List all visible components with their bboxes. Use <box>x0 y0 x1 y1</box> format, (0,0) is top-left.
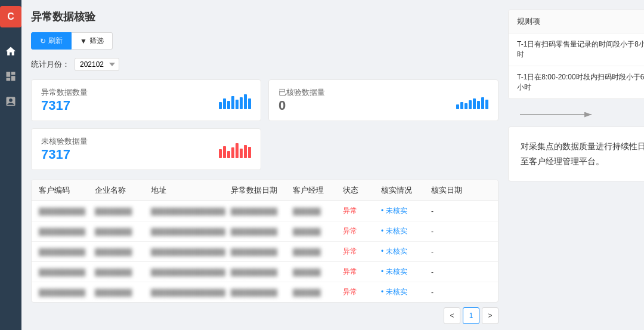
refresh-icon: ↻ <box>40 37 46 45</box>
report-icon <box>5 95 17 107</box>
filter-label: 统计月份： <box>31 59 70 70</box>
filter-button[interactable]: ▼ 筛选 <box>72 32 113 50</box>
stat-label-verified: 已核验数据量 <box>278 87 325 98</box>
cell-code: ██████████ <box>39 228 92 235</box>
rules-row-2[interactable]: T-1日在8:00-20:00时段内扫码时段小于6小时 异常 2 <box>509 66 644 98</box>
cell-status: 异常 <box>343 267 379 277</box>
col-date: 异常数据日期 <box>231 185 290 196</box>
cell-name: ████████ <box>95 208 148 215</box>
cell-verify: • 未核实 <box>381 246 429 257</box>
stat-card-verified: 已核验数据量 0 <box>268 79 499 121</box>
annotation-card: 对采集点的数据质量进行持续性日常监控，并反馈至客户经理管理平台。 <box>508 127 644 181</box>
cell-date: ██████████ <box>231 248 290 255</box>
col-verify: 核实情况 <box>381 185 429 196</box>
cell-code: ██████████ <box>39 208 92 215</box>
home-icon <box>5 45 17 57</box>
cell-date: ██████████ <box>231 208 290 215</box>
right-panel: 规则项 状态 异常值 T-1日有扫码零售量记录的时间段小于8小时 异常 2 T-… <box>508 10 644 329</box>
cell-address: ████████████████ <box>151 269 228 276</box>
cell-name: ████████ <box>95 269 148 276</box>
stat-value-unverified: 7317 <box>41 147 88 162</box>
table-header: 客户编码 企业名称 地址 异常数据日期 客户经理 状态 核实情况 核实日期 <box>32 180 498 201</box>
sidebar-item-home[interactable] <box>0 39 21 64</box>
page-title: 异常数据核验 <box>31 10 499 24</box>
cell-verify: • 未核实 <box>381 206 429 216</box>
table-row[interactable]: ██████████ ████████ ████████████████ ███… <box>32 282 498 302</box>
toolbar: ↻ 刷新 ▼ 筛选 <box>31 32 499 50</box>
col-verify-date: 核实日期 <box>431 185 491 196</box>
rule-name-1: T-1日有扫码零售量记录的时间段小于8小时 <box>517 39 644 60</box>
main-content: 异常数据核验 ↻ 刷新 ▼ 筛选 统计月份： 20210 <box>21 0 644 330</box>
page-1-button[interactable]: 1 <box>463 307 479 324</box>
col-code: 客户编码 <box>39 185 92 196</box>
cell-verify-date: - <box>431 207 491 215</box>
cell-status: 异常 <box>343 226 379 236</box>
data-icon <box>5 70 17 82</box>
cell-verify-date: - <box>431 227 491 236</box>
cell-status: 异常 <box>343 246 379 257</box>
sidebar: C <box>0 0 21 330</box>
pagination: < 1 > <box>31 303 499 329</box>
refresh-button[interactable]: ↻ 刷新 <box>31 32 72 50</box>
mini-chart-unverified <box>219 140 251 158</box>
cell-status: 异常 <box>343 287 379 297</box>
rules-header: 规则项 状态 异常值 <box>509 10 644 33</box>
cell-address: ████████████████ <box>151 228 228 235</box>
cell-verify-date: - <box>431 268 491 276</box>
cell-status: 异常 <box>343 206 379 216</box>
sidebar-item-report[interactable] <box>0 90 21 115</box>
cell-verify-date: - <box>431 288 491 297</box>
cell-name: ████████ <box>95 289 148 296</box>
cell-manager: ██████ <box>293 228 340 235</box>
cell-manager: ██████ <box>293 248 340 255</box>
filter-icon: ▼ <box>80 37 87 45</box>
left-panel: 异常数据核验 ↻ 刷新 ▼ 筛选 统计月份： 20210 <box>31 10 499 329</box>
col-address: 地址 <box>151 185 228 196</box>
stat-label-anomaly: 异常数据数量 <box>41 87 88 98</box>
annotation-container: 对采集点的数据质量进行持续性日常监控，并反馈至客户经理管理平台。 <box>508 109 644 181</box>
stat-card-unverified: 未核验数据量 7317 <box>31 128 261 170</box>
filter-row: 统计月份： 202102 202101 202012 <box>31 58 499 71</box>
cell-code: ██████████ <box>39 289 92 296</box>
sidebar-item-data[interactable] <box>0 64 21 90</box>
month-select[interactable]: 202102 202101 202012 <box>75 58 119 71</box>
sidebar-logo: C <box>0 6 21 27</box>
rules-card: 规则项 状态 异常值 T-1日有扫码零售量记录的时间段小于8小时 异常 2 T-… <box>508 10 644 99</box>
mini-chart-verified <box>456 91 488 109</box>
rules-row-1[interactable]: T-1日有扫码零售量记录的时间段小于8小时 异常 2 <box>509 33 644 66</box>
cell-code: ██████████ <box>39 269 92 276</box>
cell-address: ████████████████ <box>151 208 228 215</box>
stats-grid: 异常数据数量 7317 <box>31 79 499 170</box>
col-manager: 客户经理 <box>293 185 340 196</box>
table-row[interactable]: ██████████ ████████ ████████████████ ███… <box>32 201 498 221</box>
next-page-button[interactable]: > <box>482 307 499 324</box>
table-row[interactable]: ██████████ ████████ ████████████████ ███… <box>32 221 498 242</box>
table-row[interactable]: ██████████ ████████ ████████████████ ███… <box>32 242 498 262</box>
cell-code: ██████████ <box>39 248 92 255</box>
prev-page-button[interactable]: < <box>444 307 460 324</box>
cell-verify: • 未核实 <box>381 287 429 297</box>
cell-manager: ██████ <box>293 208 340 215</box>
mini-chart-anomaly <box>219 91 251 109</box>
annotation-text: 对采集点的数据质量进行持续性日常监控，并反馈至客户经理管理平台。 <box>521 139 644 169</box>
cell-manager: ██████ <box>293 289 340 296</box>
rule-name-2: T-1日在8:00-20:00时段内扫码时段小于6小时 <box>517 72 644 92</box>
cell-name: ████████ <box>95 228 148 235</box>
col-status: 状态 <box>343 185 379 196</box>
cell-date: ██████████ <box>231 289 290 296</box>
rules-col-name: 规则项 <box>517 16 644 27</box>
cell-address: ████████████████ <box>151 289 228 296</box>
data-table: 客户编码 企业名称 地址 异常数据日期 客户经理 状态 核实情况 核实日期 ██… <box>31 180 499 303</box>
stat-value-anomaly: 7317 <box>41 98 88 113</box>
cell-name: ████████ <box>95 248 148 255</box>
cell-verify: • 未核实 <box>381 226 429 236</box>
col-name: 企业名称 <box>95 185 148 196</box>
cell-verify-date: - <box>431 248 491 256</box>
table-row[interactable]: ██████████ ████████ ████████████████ ███… <box>32 262 498 282</box>
cell-verify: • 未核实 <box>381 267 429 277</box>
cell-date: ██████████ <box>231 228 290 235</box>
cell-date: ██████████ <box>231 269 290 276</box>
cell-manager: ██████ <box>293 269 340 276</box>
cell-address: ████████████████ <box>151 248 228 255</box>
stat-value-verified: 0 <box>278 98 325 113</box>
